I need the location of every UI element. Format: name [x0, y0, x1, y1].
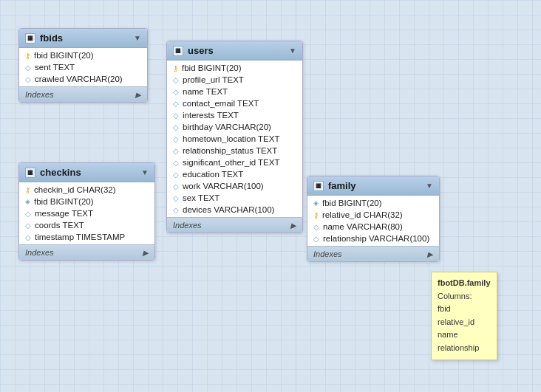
primary-key-icon: ⚷: [25, 52, 30, 60]
table-row[interactable]: ◇ hometown_location TEXT: [167, 133, 302, 145]
column-label: profile_url TEXT: [183, 75, 244, 84]
table-family: ▦ family ▼ ◈ fbid BIGINT(20) ⚷ relative_…: [307, 176, 440, 262]
column-label: coords TEXT: [35, 221, 84, 230]
table-row[interactable]: ◇ name VARCHAR(80): [307, 221, 439, 233]
table-header-users[interactable]: ▦ users ▼: [167, 41, 302, 61]
column-label: birthday VARCHAR(20): [183, 123, 271, 131]
indexes-bar-checkins[interactable]: Indexes ▶: [19, 244, 154, 260]
table-body-family: ◈ fbid BIGINT(20) ⚷ relative_id CHAR(32)…: [307, 196, 439, 246]
table-row[interactable]: ◈ fbid BIGINT(20): [307, 197, 439, 209]
diamond-icon: ◇: [173, 194, 179, 202]
table-body-checkins: ⚷ checkin_id CHAR(32) ◈ fbid BIGINT(20) …: [19, 182, 154, 244]
column-label: relationship_status TEXT: [183, 146, 277, 155]
table-row[interactable]: ◇ birthday VARCHAR(20): [167, 121, 302, 133]
diamond-icon: ◇: [25, 63, 31, 72]
diamond-icon: ◇: [173, 123, 179, 131]
diamond-icon: ◇: [173, 111, 179, 120]
indexes-arrow-icon: ▶: [135, 91, 141, 99]
indexes-arrow-icon: ▶: [290, 221, 296, 230]
column-label: relative_id CHAR(32): [322, 210, 403, 219]
primary-key-icon: ⚷: [173, 64, 178, 72]
table-row[interactable]: ◇ work VARCHAR(100): [167, 180, 302, 192]
column-label: devices VARCHAR(100): [183, 205, 274, 214]
diamond-icon: ◇: [173, 159, 179, 167]
table-fbids: ▦ fbids ▼ ⚷ fbid BIGINT(20) ◇ sent TEXT …: [18, 28, 148, 103]
column-label: crawled VARCHAR(20): [35, 75, 123, 83]
table-row[interactable]: ◇ timestamp TIMESTAMP: [19, 231, 154, 243]
column-label: education TEXT: [183, 170, 243, 179]
tooltip-line: fbid: [438, 303, 491, 316]
table-icon-users: ▦: [173, 46, 183, 56]
tooltip-line: relative_id: [438, 316, 491, 329]
diamond-icon: ◇: [25, 75, 31, 83]
table-row[interactable]: ◇ coords TEXT: [19, 219, 154, 231]
tooltip-line: relationship: [438, 342, 491, 355]
column-label: fbid BIGINT(20): [182, 63, 242, 72]
table-body-users: ⚷ fbid BIGINT(20) ◇ profile_url TEXT ◇ n…: [167, 61, 302, 217]
diamond-icon: ◇: [25, 221, 31, 230]
family-tooltip: fbotDB.family Columns: fbid relative_id …: [431, 272, 497, 360]
table-header-fbids[interactable]: ▦ fbids ▼: [19, 29, 147, 48]
table-row[interactable]: ◇ contact_email TEXT: [167, 97, 302, 109]
foreign-key-icon: ◈: [25, 198, 30, 205]
table-icon-checkins: ▦: [25, 168, 35, 178]
table-name-checkins: checkins: [40, 167, 81, 178]
table-name-family: family: [328, 180, 356, 191]
indexes-label: Indexes: [173, 221, 202, 230]
table-users: ▦ users ▼ ⚷ fbid BIGINT(20) ◇ profile_ur…: [166, 41, 303, 233]
diamond-icon: ◇: [173, 76, 179, 84]
table-row[interactable]: ◇ crawled VARCHAR(20): [19, 73, 147, 85]
column-label: name TEXT: [183, 87, 228, 96]
indexes-arrow-icon: ▶: [427, 250, 433, 258]
indexes-label: Indexes: [25, 248, 54, 257]
chevron-icon-family: ▼: [426, 182, 433, 190]
diamond-icon: ◇: [313, 223, 319, 231]
table-row[interactable]: ◈ fbid BIGINT(20): [19, 196, 154, 207]
table-icon-family: ▦: [313, 181, 324, 191]
table-row[interactable]: ◇ relationship_status TEXT: [167, 145, 302, 157]
table-row[interactable]: ⚷ fbid BIGINT(20): [167, 62, 302, 74]
table-row[interactable]: ◇ message TEXT: [19, 207, 154, 219]
column-label: work VARCHAR(100): [183, 182, 264, 190]
indexes-label: Indexes: [313, 250, 342, 258]
column-label: relationship VARCHAR(100): [323, 234, 429, 243]
table-checkins: ▦ checkins ▼ ⚷ checkin_id CHAR(32) ◈ fbi…: [18, 162, 155, 261]
table-row[interactable]: ◇ education TEXT: [167, 168, 302, 180]
column-label: checkin_id CHAR(32): [34, 185, 116, 194]
chevron-icon-checkins: ▼: [141, 168, 149, 176]
column-label: name VARCHAR(80): [323, 222, 403, 231]
table-header-family[interactable]: ▦ family ▼: [307, 176, 439, 196]
table-row[interactable]: ⚷ checkin_id CHAR(32): [19, 184, 154, 196]
indexes-bar-family[interactable]: Indexes ▶: [307, 246, 439, 261]
table-row[interactable]: ◇ sex TEXT: [167, 192, 302, 204]
chevron-icon-users: ▼: [289, 47, 296, 55]
chevron-icon-fbids: ▼: [134, 34, 141, 42]
table-header-checkins[interactable]: ▦ checkins ▼: [19, 163, 154, 182]
diamond-icon: ◇: [313, 235, 319, 243]
table-row[interactable]: ⚷ fbid BIGINT(20): [19, 49, 147, 61]
indexes-bar-fbids[interactable]: Indexes ▶: [19, 86, 147, 102]
column-label: contact_email TEXT: [183, 99, 259, 108]
table-row[interactable]: ◇ profile_url TEXT: [167, 74, 302, 86]
column-label: fbid BIGINT(20): [34, 51, 94, 60]
tooltip-line: name: [438, 329, 491, 342]
diamond-icon: ◇: [173, 100, 179, 108]
table-row[interactable]: ⚷ relative_id CHAR(32): [307, 209, 439, 221]
column-label: fbid BIGINT(20): [322, 199, 382, 207]
table-row[interactable]: ◇ name TEXT: [167, 86, 302, 97]
diamond-icon: ◇: [25, 233, 31, 241]
column-label: significant_other_id TEXT: [183, 158, 279, 167]
indexes-bar-users[interactable]: Indexes ▶: [167, 217, 302, 233]
table-row[interactable]: ◇ interests TEXT: [167, 109, 302, 121]
table-row[interactable]: ◇ devices VARCHAR(100): [167, 204, 302, 216]
table-name-users: users: [188, 45, 214, 56]
indexes-arrow-icon: ▶: [143, 249, 149, 257]
table-row[interactable]: ◇ relationship VARCHAR(100): [307, 233, 439, 244]
column-label: sent TEXT: [35, 63, 75, 72]
table-name-fbids: fbids: [40, 32, 63, 44]
table-row[interactable]: ◇ sent TEXT: [19, 61, 147, 73]
column-label: hometown_location TEXT: [183, 134, 279, 143]
diamond-icon: ◇: [173, 88, 179, 96]
table-row[interactable]: ◇ significant_other_id TEXT: [167, 157, 302, 168]
column-label: timestamp TIMESTAMP: [35, 233, 125, 241]
